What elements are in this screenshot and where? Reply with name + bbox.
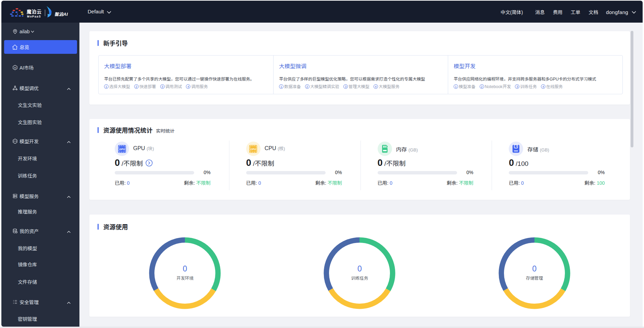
svg-text:GPU: GPU (119, 147, 125, 150)
svg-text:AI: AI (14, 66, 16, 69)
svg-text:CPU: CPU (251, 147, 256, 150)
